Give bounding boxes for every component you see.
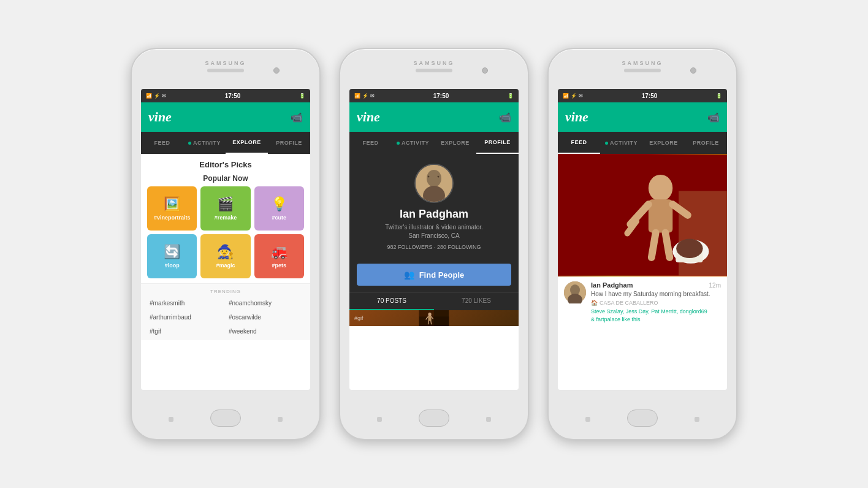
trending-item-3[interactable]: #arthurrimbaud <box>147 311 225 324</box>
battery-icon-3: 🔋 <box>716 93 722 99</box>
phone1-home-btn[interactable] <box>210 410 241 427</box>
tile-pets[interactable]: 🚒 #pets <box>254 234 304 278</box>
signal-icon-3: 📶 <box>563 93 569 99</box>
posts-tab[interactable]: 70 POSTS <box>349 292 434 310</box>
tile-vineportraits[interactable]: 🖼️ #vineportraits <box>147 186 197 231</box>
feed-location: 🏠 CASA DE CABALLERO <box>591 300 721 306</box>
mail-icon-2: ✉ <box>370 93 375 99</box>
svg-line-23 <box>665 233 669 257</box>
usb-icon-2: ⚡ <box>362 93 368 99</box>
tile-icon-5: 🧙 <box>217 244 234 260</box>
trending-grid: #markesmith #noamchomsky #arthurrimbaud … <box>141 297 310 338</box>
tab-explore-2[interactable]: EXPLORE <box>434 132 476 154</box>
status-icons-right-1: 🔋 <box>299 93 305 99</box>
status-bar-1: 📶 ⚡ ✉ 17:50 🔋 <box>141 89 310 102</box>
feed-caption: How I have my Saturday morning breakfast… <box>591 290 721 298</box>
status-bar-2: 📶 ⚡ ✉ 17:50 🔋 <box>349 89 519 102</box>
tile-cute[interactable]: 💡 #cute <box>254 186 304 231</box>
profile-avatar-section: Ian Padgham Twitter's illustrator & vide… <box>349 154 519 257</box>
status-icons-right-3: 🔋 <box>716 93 722 99</box>
nav-tabs-1: FEED ACTIVITY EXPLORE PROFILE <box>141 132 310 154</box>
tab-explore-3[interactable]: EXPLORE <box>642 132 685 154</box>
tab-explore-1[interactable]: EXPLORE <box>226 132 268 154</box>
tab-activity-1[interactable]: ACTIVITY <box>183 132 226 154</box>
svg-rect-7 <box>419 316 449 326</box>
likes-tab[interactable]: 720 LIKES <box>434 292 519 310</box>
svg-point-8 <box>428 313 431 316</box>
feed-likes: Steve Szalay, Jess Day, Pat Merritt, don… <box>591 308 721 323</box>
trending-item-5[interactable]: #tgif <box>147 325 225 338</box>
vine-logo-3: vine <box>565 109 588 125</box>
feed-video-image[interactable] <box>558 154 727 276</box>
profile-video-preview[interactable]: #gif <box>349 310 519 326</box>
phone1: 📶 ⚡ ✉ 17:50 🔋 vine 📹 FEED <box>131 48 321 440</box>
battery-icon-2: 🔋 <box>508 93 514 99</box>
tile-icon-2: 🎬 <box>217 196 234 212</box>
tab-profile-1[interactable]: PROFILE <box>268 132 310 154</box>
phone2-wrapper: 📶 ⚡ ✉ 17:50 🔋 vine 📹 FEED <box>339 48 529 440</box>
phone1-nav-right <box>278 417 283 422</box>
phone3-wrapper: 📶 ⚡ ✉ 17:50 🔋 vine 📹 FEED <box>547 48 737 440</box>
tile-loop[interactable]: 🔄 #loop <box>147 234 197 278</box>
feed-avatar[interactable] <box>564 281 586 303</box>
tile-magic[interactable]: 🧙 #magic <box>200 234 250 278</box>
tile-label-5: #magic <box>216 262 235 269</box>
svg-line-13 <box>431 321 432 324</box>
trending-item-2[interactable]: #noamchomsky <box>226 297 304 310</box>
tile-label-6: #pets <box>272 262 287 269</box>
svg-line-4 <box>438 176 439 177</box>
activity-dot-1 <box>188 142 191 145</box>
tab-feed-3[interactable]: FEED <box>558 132 600 154</box>
tab-feed-2[interactable]: FEED <box>349 132 392 154</box>
usb-icon-1: ⚡ <box>154 93 160 99</box>
video-thumbnail: #gif <box>349 310 519 326</box>
tile-remake[interactable]: 🎬 #remake <box>200 186 250 231</box>
find-people-button[interactable]: 👥 Find People <box>357 264 511 286</box>
trending-item-4[interactable]: #oscarwilde <box>226 311 304 324</box>
profile-bio: Twitter's illustrator & video animator. … <box>373 221 495 242</box>
status-icons-right-2: 🔋 <box>508 93 514 99</box>
tab-feed-1[interactable]: FEED <box>141 132 183 154</box>
phone2-nav-right <box>486 417 491 422</box>
svg-rect-9 <box>428 316 431 321</box>
tab-profile-3[interactable]: PROFILE <box>685 132 727 154</box>
avatar-image <box>416 165 452 202</box>
status-bar-3: 📶 ⚡ ✉ 17:50 🔋 <box>558 89 727 102</box>
activity-dot-2 <box>397 142 400 145</box>
tile-icon-4: 🔄 <box>164 244 180 260</box>
profile-avatar <box>414 164 454 203</box>
phone2-screen: 📶 ⚡ ✉ 17:50 🔋 vine 📹 FEED <box>349 89 519 390</box>
svg-line-12 <box>428 321 428 324</box>
phone3-home-btn[interactable] <box>627 410 658 427</box>
popular-now-title: Popular Now <box>141 173 310 186</box>
svg-line-3 <box>428 176 429 177</box>
usb-icon-3: ⚡ <box>571 93 577 99</box>
phone1-camera <box>273 67 280 74</box>
feed-username[interactable]: Ian Padgham <box>591 281 633 289</box>
location-text: CASA DE CABALLERO <box>600 300 658 306</box>
status-time-3: 17:50 <box>642 93 658 99</box>
phone2-speaker <box>416 69 452 72</box>
editors-picks-title: Editor's Picks <box>141 154 310 173</box>
activity-dot-3 <box>605 142 608 145</box>
tab-activity-3[interactable]: ACTIVITY <box>600 132 642 154</box>
profile-name: Ian Padgham <box>400 208 468 221</box>
tab-activity-2[interactable]: ACTIVITY <box>392 132 434 154</box>
profile-content: Ian Padgham Twitter's illustrator & vide… <box>349 154 519 326</box>
svg-point-1 <box>427 170 441 187</box>
trending-section: TRENDING #markesmith #noamchomsky #arthu… <box>141 283 310 340</box>
tab-profile-2[interactable]: PROFILE <box>476 132 519 154</box>
tile-label-2: #remake <box>215 215 237 221</box>
phone1-wrapper: 📶 ⚡ ✉ 17:50 🔋 vine 📹 FEED <box>131 48 321 440</box>
vine-logo-2: vine <box>357 109 380 125</box>
feed-item-info: Ian Padgham 12m How I have my Saturday m… <box>558 276 727 328</box>
trending-item-1[interactable]: #markesmith <box>147 297 225 310</box>
trending-item-6[interactable]: #weekend <box>226 325 304 338</box>
phone2: 📶 ⚡ ✉ 17:50 🔋 vine 📹 FEED <box>339 48 529 440</box>
nav-tabs-3: FEED ACTIVITY EXPLORE PROFILE <box>558 132 727 154</box>
explore-content: Editor's Picks Popular Now 🖼️ #vineportr… <box>141 154 310 340</box>
phone2-home-btn[interactable] <box>419 410 449 427</box>
phone3-speaker <box>624 69 661 72</box>
phone3-nav-left <box>585 417 590 422</box>
status-time-2: 17:50 <box>433 93 449 99</box>
